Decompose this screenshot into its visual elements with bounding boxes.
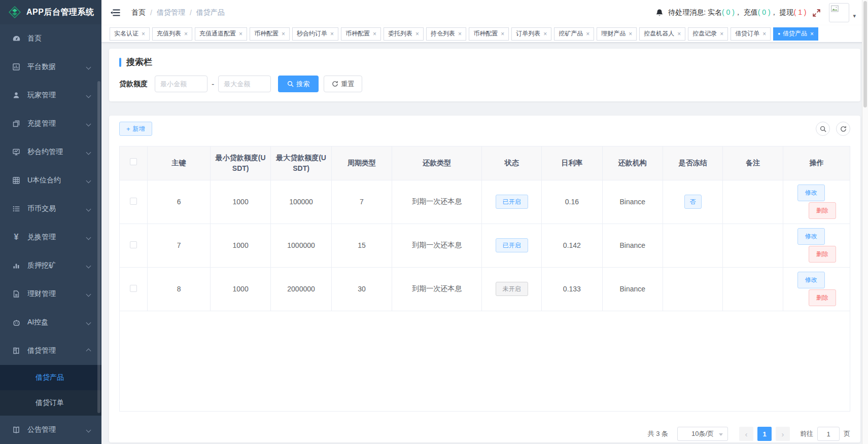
menu-fold-icon[interactable] bbox=[109, 7, 122, 19]
sidebar-item-staking[interactable]: 质押挖矿 bbox=[0, 251, 101, 280]
tab-seconds-orders[interactable]: 秒合约订单× bbox=[292, 27, 338, 41]
breadcrumb-home[interactable]: 首页 bbox=[131, 8, 146, 17]
tab-lending-orders[interactable]: 借贷订单× bbox=[731, 27, 771, 41]
cell-min: 1000 bbox=[210, 224, 270, 267]
sidebar-item-usdt-contract[interactable]: U本位合约 bbox=[0, 166, 101, 195]
plus-icon: + bbox=[126, 125, 130, 133]
edit-button[interactable]: 修改 bbox=[797, 272, 825, 288]
sidebar-item-deposit-withdraw[interactable]: 充提管理 bbox=[0, 109, 101, 138]
close-icon[interactable]: × bbox=[415, 31, 419, 37]
close-icon[interactable]: × bbox=[282, 31, 285, 37]
staking-icon bbox=[11, 262, 21, 270]
sidebar-item-dashboard[interactable]: 首页 bbox=[0, 24, 101, 53]
close-icon[interactable]: × bbox=[629, 31, 632, 37]
close-icon[interactable]: × bbox=[373, 31, 376, 37]
msg-realname-count[interactable]: ( 0 ) bbox=[722, 8, 735, 16]
scrollbar-thumb[interactable] bbox=[863, 1, 867, 107]
tab-deposit-list[interactable]: 充值列表× bbox=[152, 27, 192, 41]
search-button[interactable]: 搜索 bbox=[278, 76, 319, 92]
prev-page-button[interactable]: ‹ bbox=[739, 427, 753, 441]
tab-coin-config-3[interactable]: 币种配置× bbox=[469, 27, 509, 41]
next-page-button[interactable]: › bbox=[776, 427, 790, 441]
search-icon bbox=[287, 81, 294, 87]
min-amount-input[interactable] bbox=[155, 76, 207, 92]
msg-withdraw-count[interactable]: ( 1 ) bbox=[794, 8, 807, 16]
cell-period: 15 bbox=[331, 224, 392, 267]
close-icon[interactable]: × bbox=[142, 31, 145, 37]
app-logo: APP后台管理系统 bbox=[0, 0, 101, 24]
tab-position-list[interactable]: 持仓列表× bbox=[426, 27, 466, 41]
sidebar-item-spot-trade[interactable]: 币币交易 bbox=[0, 195, 101, 223]
goto-page-input[interactable] bbox=[817, 427, 840, 441]
tab-robot[interactable]: 控盘机器人× bbox=[639, 27, 685, 41]
frozen-toggle[interactable]: 否 bbox=[684, 195, 702, 209]
tab-robot-records[interactable]: 控盘记录× bbox=[688, 27, 728, 41]
fullscreen-icon[interactable] bbox=[812, 9, 821, 17]
select-all-checkbox[interactable] bbox=[130, 158, 137, 165]
sidebar-item-wealth[interactable]: 理财管理 bbox=[0, 280, 101, 308]
sidebar-item-lending[interactable]: 借贷管理 bbox=[0, 337, 101, 365]
delete-button[interactable]: 删除 bbox=[809, 246, 836, 263]
msg-deposit-count[interactable]: ( 0 ) bbox=[758, 8, 771, 16]
edit-button[interactable]: 修改 bbox=[797, 228, 825, 245]
status-toggle[interactable]: 未开启 bbox=[496, 282, 528, 296]
caret-down-icon[interactable]: ▾ bbox=[853, 13, 856, 19]
ai-robot-icon bbox=[11, 318, 21, 327]
edit-button[interactable]: 修改 bbox=[797, 184, 825, 201]
tab-coin-config-1[interactable]: 币种配置× bbox=[250, 27, 290, 41]
row-checkbox[interactable] bbox=[130, 198, 137, 205]
close-icon[interactable]: × bbox=[720, 31, 723, 37]
close-icon[interactable]: × bbox=[184, 31, 188, 37]
tab-entrust-list[interactable]: 委托列表× bbox=[384, 27, 424, 41]
close-icon[interactable]: × bbox=[501, 31, 504, 37]
sidebar-menu: 首页 平台数据 玩家管理 充提管理 秒合约管理 bbox=[0, 24, 101, 444]
sidebar-item-announcement[interactable]: 公告管理 bbox=[0, 416, 101, 444]
table-search-icon[interactable] bbox=[816, 122, 830, 136]
table-row: 6 1000 100000 7 到期一次还本息 已开启 0.16 Binance… bbox=[120, 180, 850, 224]
row-checkbox[interactable] bbox=[130, 285, 137, 292]
page-scrollbar[interactable] bbox=[862, 0, 868, 444]
sidebar-item-platform-data[interactable]: 平台数据 bbox=[0, 53, 101, 81]
status-toggle[interactable]: 已开启 bbox=[496, 238, 528, 252]
sidebar-scrollbar[interactable] bbox=[97, 81, 100, 413]
tab-lending-products[interactable]: ●借贷产品× bbox=[773, 27, 818, 41]
tab-realname-auth[interactable]: 实名认证× bbox=[110, 27, 150, 41]
tab-deposit-channel-config[interactable]: 充值通道配置× bbox=[195, 27, 247, 41]
close-icon[interactable]: × bbox=[677, 31, 681, 37]
tab-order-list[interactable]: 订单列表× bbox=[511, 27, 551, 41]
close-icon[interactable]: × bbox=[810, 31, 814, 37]
bell-icon[interactable] bbox=[655, 9, 664, 17]
table-header-row: 主键 最小贷款额度(USDT) 最大贷款额度(USDT) 周期类型 还款类型 状… bbox=[120, 146, 850, 180]
close-icon[interactable]: × bbox=[330, 31, 334, 37]
close-icon[interactable]: × bbox=[543, 31, 547, 37]
page-size-select[interactable]: 10条/页 bbox=[677, 427, 728, 441]
search-panel-title: 搜索栏 bbox=[119, 56, 850, 68]
sidebar-item-players[interactable]: 玩家管理 bbox=[0, 81, 101, 109]
chevron-down-icon bbox=[86, 64, 91, 69]
cell-period: 7 bbox=[331, 180, 392, 224]
sidebar-item-seconds-contract[interactable]: 秒合约管理 bbox=[0, 138, 101, 166]
max-amount-input[interactable] bbox=[218, 76, 271, 92]
close-icon[interactable]: × bbox=[586, 31, 589, 37]
sidebar-item-lending-orders[interactable]: 借贷订单 bbox=[0, 390, 101, 416]
reset-button[interactable]: 重置 bbox=[324, 76, 362, 92]
delete-button[interactable]: 删除 bbox=[809, 202, 836, 219]
tab-mining-products[interactable]: 挖矿产品× bbox=[554, 27, 594, 41]
sidebar-item-ai-robot[interactable]: AI控盘 bbox=[0, 308, 101, 337]
table-refresh-icon[interactable] bbox=[836, 122, 850, 136]
add-button[interactable]: + 新增 bbox=[119, 122, 152, 136]
close-icon[interactable]: × bbox=[762, 31, 766, 37]
row-checkbox[interactable] bbox=[130, 241, 137, 248]
delete-button[interactable]: 删除 bbox=[809, 289, 836, 306]
close-icon[interactable]: × bbox=[458, 31, 462, 37]
close-icon[interactable]: × bbox=[239, 31, 242, 37]
sidebar-item-lending-products[interactable]: 借贷产品 bbox=[0, 365, 101, 390]
status-toggle[interactable]: 已开启 bbox=[496, 195, 528, 209]
page-number-current[interactable]: 1 bbox=[757, 427, 772, 441]
active-dot-icon: ● bbox=[778, 31, 780, 36]
sidebar-item-exchange[interactable]: ¥ 兑换管理 bbox=[0, 223, 101, 251]
tab-wealth-products[interactable]: 理财产品× bbox=[597, 27, 637, 41]
chevron-down-icon bbox=[86, 235, 91, 240]
tab-coin-config-2[interactable]: 币种配置× bbox=[341, 27, 381, 41]
avatar[interactable] bbox=[829, 3, 849, 22]
